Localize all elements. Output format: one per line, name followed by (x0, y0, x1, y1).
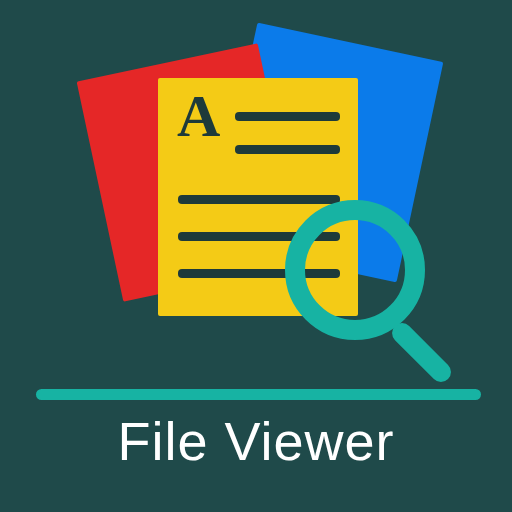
app-title: File Viewer (0, 410, 512, 472)
document-text-line-icon (235, 145, 340, 154)
document-text-line-icon (235, 112, 340, 121)
magnifier-icon (285, 200, 435, 350)
app-logo: A File Viewer (0, 0, 512, 512)
document-letter: A (177, 86, 220, 146)
magnifier-ring-icon (285, 200, 425, 340)
magnifier-handle-icon (388, 319, 455, 386)
title-underline-icon (36, 389, 481, 400)
